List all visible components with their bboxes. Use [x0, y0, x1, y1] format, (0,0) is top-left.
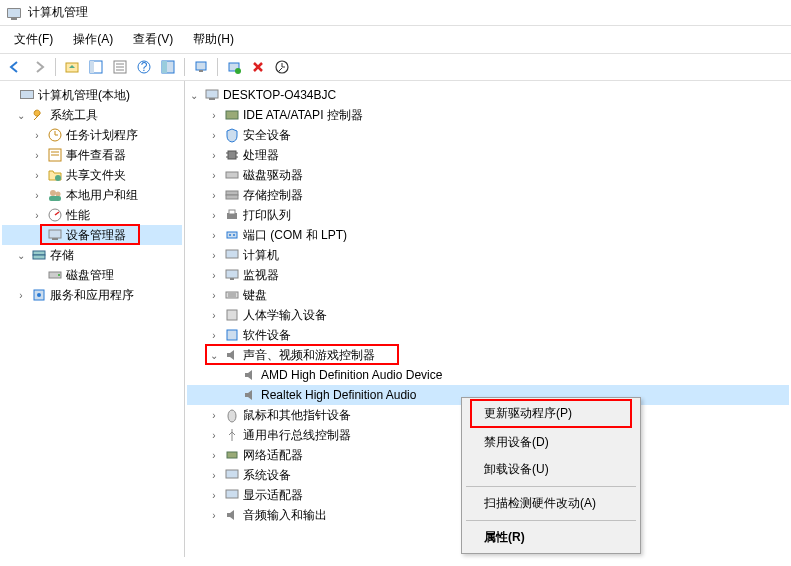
hid-icon: [224, 307, 240, 323]
device-cat-storage-ctrl[interactable]: ›存储控制器: [187, 185, 789, 205]
menu-properties[interactable]: 属性(R): [464, 524, 638, 551]
menu-action[interactable]: 操作(A): [63, 28, 123, 51]
system-icon: [224, 467, 240, 483]
tree-local-users[interactable]: › 本地用户和组: [2, 185, 182, 205]
update-driver-button[interactable]: [271, 56, 293, 78]
tree-storage[interactable]: ⌄ 存储: [2, 245, 182, 265]
tree-label: 计算机管理(本地): [38, 87, 134, 104]
chevron-right-icon: ›: [207, 428, 221, 442]
device-cat-monitors[interactable]: ›监视器: [187, 265, 789, 285]
menu-view[interactable]: 查看(V): [123, 28, 183, 51]
device-label: AMD High Definition Audio Device: [261, 368, 446, 382]
device-root[interactable]: ⌄ DESKTOP-O434BJC: [187, 85, 789, 105]
chevron-down-icon: ⌄: [187, 88, 201, 102]
computer-icon-button[interactable]: [190, 56, 212, 78]
tree-performance[interactable]: › 性能: [2, 205, 182, 225]
svg-rect-5: [90, 61, 94, 73]
menu-uninstall-device[interactable]: 卸载设备(U): [464, 456, 638, 483]
device-label: 存储控制器: [243, 187, 307, 204]
menu-update-driver[interactable]: 更新驱动程序(P): [470, 399, 632, 428]
svg-rect-63: [227, 452, 237, 458]
view-select-button[interactable]: [157, 56, 179, 78]
svg-point-37: [37, 293, 41, 297]
chevron-right-icon: ›: [207, 308, 221, 322]
tree-services-apps[interactable]: › 服务和应用程序: [2, 285, 182, 305]
audio-io-icon: [224, 507, 240, 523]
svg-rect-47: [226, 191, 238, 195]
device-cat-keyboards[interactable]: ›键盘: [187, 285, 789, 305]
device-cat-software[interactable]: ›软件设备: [187, 325, 789, 345]
chevron-right-icon: ›: [207, 448, 221, 462]
users-icon: [47, 187, 63, 203]
storage-icon: [31, 247, 47, 263]
chevron-right-icon: ›: [30, 148, 44, 162]
menu-file[interactable]: 文件(F): [4, 28, 63, 51]
device-label: 声音、视频和游戏控制器: [243, 347, 379, 364]
menu-separator: [466, 486, 636, 487]
sound-icon: [242, 387, 258, 403]
tree-root-computer-mgmt[interactable]: 计算机管理(本地): [2, 85, 182, 105]
back-button[interactable]: [4, 56, 26, 78]
properties-button[interactable]: [109, 56, 131, 78]
chevron-down-icon: ⌄: [207, 348, 221, 362]
svg-rect-2: [11, 18, 17, 20]
tree-event-viewer[interactable]: › 事件查看器: [2, 145, 182, 165]
keyboard-icon: [224, 287, 240, 303]
svg-rect-38: [206, 90, 218, 98]
printer-icon: [224, 207, 240, 223]
window-title: 计算机管理: [28, 4, 88, 21]
svg-rect-64: [226, 470, 238, 478]
display-icon: [224, 487, 240, 503]
device-cat-hid[interactable]: ›人体学输入设备: [187, 305, 789, 325]
tree-system-tools[interactable]: ⌄ 系统工具: [2, 105, 182, 125]
device-cat-ports[interactable]: ›端口 (COM 和 LPT): [187, 225, 789, 245]
menu-scan-hardware[interactable]: 扫描检测硬件改动(A): [464, 490, 638, 517]
device-label: 计算机: [243, 247, 283, 264]
up-button[interactable]: [61, 56, 83, 78]
svg-point-35: [58, 274, 60, 276]
device-cat-disks[interactable]: ›磁盘驱动器: [187, 165, 789, 185]
help-button[interactable]: ?: [133, 56, 155, 78]
svg-rect-15: [199, 70, 203, 72]
monitor-icon: [224, 267, 240, 283]
tree-shared-folders[interactable]: › 共享文件夹: [2, 165, 182, 185]
chevron-right-icon: ›: [30, 208, 44, 222]
svg-point-25: [55, 175, 61, 181]
chevron-down-icon: ⌄: [14, 248, 28, 262]
device-amd-audio[interactable]: AMD High Definition Audio Device: [187, 365, 789, 385]
scan-hardware-button[interactable]: [223, 56, 245, 78]
device-cat-sound[interactable]: ⌄ 声音、视频和游戏控制器: [187, 345, 789, 365]
device-cat-ide[interactable]: ›IDE ATA/ATAPI 控制器: [187, 105, 789, 125]
performance-icon: [47, 207, 63, 223]
menu-help[interactable]: 帮助(H): [183, 28, 244, 51]
tree-label: 本地用户和组: [66, 187, 142, 204]
wrench-icon: [31, 107, 47, 123]
svg-rect-1: [8, 9, 20, 17]
forward-button[interactable]: [28, 56, 50, 78]
device-cat-processors[interactable]: ›处理器: [187, 145, 789, 165]
device-cat-security[interactable]: ›安全设备: [187, 125, 789, 145]
tree-task-scheduler[interactable]: › 任务计划程序: [2, 125, 182, 145]
device-label: 显示适配器: [243, 487, 307, 504]
chevron-right-icon: ›: [207, 468, 221, 482]
sound-icon: [224, 347, 240, 363]
show-hide-tree-button[interactable]: [85, 56, 107, 78]
device-label: DESKTOP-O434BJC: [223, 88, 340, 102]
menu-disable-device[interactable]: 禁用设备(D): [464, 429, 638, 456]
network-icon: [224, 447, 240, 463]
device-label: 通用串行总线控制器: [243, 427, 355, 444]
context-menu: 更新驱动程序(P) 禁用设备(D) 卸载设备(U) 扫描检测硬件改动(A) 属性…: [461, 397, 641, 554]
tree-label: 磁盘管理: [66, 267, 118, 284]
device-cat-computer[interactable]: ›计算机: [187, 245, 789, 265]
chevron-right-icon: ›: [207, 268, 221, 282]
tree-device-manager[interactable]: 设备管理器: [2, 225, 182, 245]
svg-rect-39: [209, 98, 215, 100]
device-label: 监视器: [243, 267, 283, 284]
tree-disk-mgmt[interactable]: 磁盘管理: [2, 265, 182, 285]
svg-rect-61: [227, 330, 237, 340]
svg-rect-20: [21, 91, 33, 98]
navigation-tree: 计算机管理(本地) ⌄ 系统工具 › 任务计划程序 › 事件查看器 › 共享文件…: [0, 81, 185, 557]
device-cat-printers[interactable]: ›打印队列: [187, 205, 789, 225]
uninstall-button[interactable]: [247, 56, 269, 78]
svg-rect-54: [226, 250, 238, 258]
